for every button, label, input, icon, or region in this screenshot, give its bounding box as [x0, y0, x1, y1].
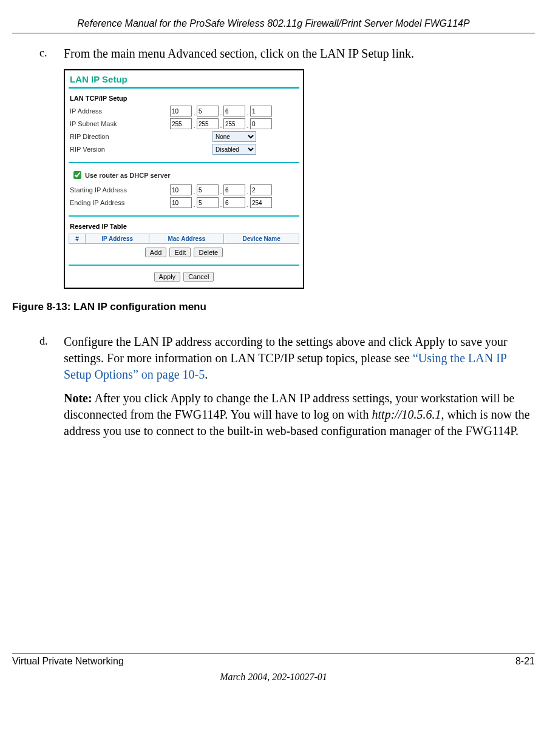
- subnet-1[interactable]: [170, 118, 192, 129]
- end-ip-1[interactable]: [170, 197, 192, 208]
- col-num: #: [69, 234, 86, 244]
- label-ip-address: IP Address: [69, 107, 170, 115]
- page-number: 8-21: [515, 656, 535, 667]
- rip-version-select[interactable]: Disabled: [212, 144, 256, 155]
- end-ip-2[interactable]: [197, 197, 219, 208]
- subnet-4[interactable]: [250, 118, 272, 129]
- cancel-button[interactable]: Cancel: [183, 272, 214, 282]
- figure-screenshot: LAN IP Setup LAN TCP/IP Setup IP Address…: [64, 69, 535, 289]
- reserved-ip-table: # IP Address Mac Address Device Name: [69, 234, 299, 244]
- doc-header: Reference Manual for the ProSafe Wireles…: [12, 18, 535, 29]
- label-start-ip: Starting IP Address: [69, 186, 170, 194]
- delete-button[interactable]: Delete: [194, 248, 223, 257]
- fig-title: LAN IP Setup: [70, 74, 299, 84]
- start-ip-2[interactable]: [197, 184, 219, 195]
- figure-caption: Figure 8-13: LAN IP configuration menu: [12, 301, 535, 313]
- label-subnet: IP Subnet Mask: [69, 120, 170, 127]
- ip-octet-3[interactable]: [223, 106, 245, 116]
- divider: [69, 87, 299, 89]
- step-d: d. Configure the LAN IP address accordin…: [12, 334, 535, 439]
- start-ip-4[interactable]: [250, 184, 272, 195]
- dhcp-checkbox[interactable]: [73, 171, 81, 179]
- divider: [69, 265, 299, 266]
- apply-button[interactable]: Apply: [154, 272, 181, 282]
- step-d-p1-end: .: [205, 368, 208, 381]
- rip-direction-select[interactable]: None: [212, 131, 256, 142]
- end-ip-3[interactable]: [223, 197, 245, 208]
- footer-section: Virtual Private Networking: [12, 656, 124, 667]
- start-ip-1[interactable]: [170, 184, 192, 195]
- step-c-text: From the main menu Advanced section, cli…: [64, 46, 535, 62]
- footer-row: Virtual Private Networking 8-21: [12, 653, 535, 667]
- label-rip-direction: RIP Direction: [69, 133, 212, 140]
- start-ip-3[interactable]: [223, 184, 245, 195]
- label-dhcp: Use router as DHCP server: [85, 172, 170, 179]
- col-mac: Mac Address: [149, 234, 224, 244]
- label-end-ip: Ending IP Address: [69, 199, 170, 206]
- ip-octet-2[interactable]: [197, 106, 219, 116]
- subnet-3[interactable]: [223, 118, 245, 129]
- ip-octet-4[interactable]: [250, 106, 272, 116]
- tcpip-heading: LAN TCP/IP Setup: [70, 95, 299, 102]
- step-c: c. From the main menu Advanced section, …: [12, 46, 535, 62]
- col-ip: IP Address: [86, 234, 149, 244]
- note-url: http://10.5.6.1: [372, 408, 441, 421]
- edit-button[interactable]: Edit: [169, 248, 191, 257]
- step-c-marker: c.: [39, 46, 64, 62]
- step-d-marker: d.: [39, 334, 64, 439]
- label-rip-version: RIP Version: [69, 146, 212, 153]
- footer-date: March 2004, 202-10027-01: [12, 672, 535, 683]
- divider: [69, 162, 299, 163]
- note-label: Note:: [64, 391, 92, 405]
- reserved-heading: Reserved IP Table: [70, 223, 299, 230]
- step-d-body: Configure the LAN IP address according t…: [64, 334, 535, 439]
- add-button[interactable]: Add: [145, 248, 167, 257]
- ip-octet-1[interactable]: [170, 106, 192, 116]
- divider: [69, 215, 299, 217]
- header-rule: [12, 33, 535, 33]
- subnet-2[interactable]: [197, 118, 219, 129]
- col-device: Device Name: [224, 234, 299, 244]
- end-ip-4[interactable]: [250, 197, 272, 208]
